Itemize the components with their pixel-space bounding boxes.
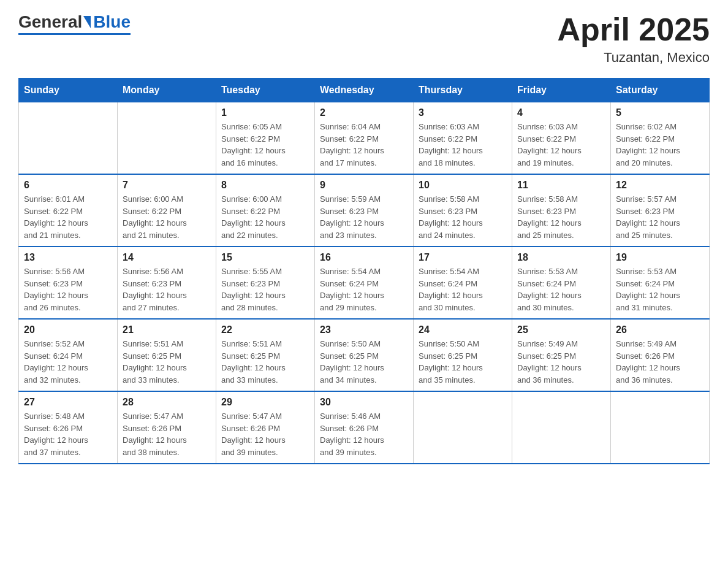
day-info: Sunrise: 5:50 AM Sunset: 6:25 PM Dayligh…	[320, 338, 408, 386]
calendar-cell: 13Sunrise: 5:56 AM Sunset: 6:23 PM Dayli…	[19, 247, 118, 319]
calendar-cell: 21Sunrise: 5:51 AM Sunset: 6:25 PM Dayli…	[118, 319, 216, 391]
calendar-header-sunday: Sunday	[19, 79, 118, 102]
calendar-cell: 9Sunrise: 5:59 AM Sunset: 6:23 PM Daylig…	[315, 174, 414, 247]
page-header: General Blue April 2025 Tuzantan, Mexico	[18, 12, 710, 66]
day-number: 3	[419, 107, 507, 118]
calendar-cell: 12Sunrise: 5:57 AM Sunset: 6:23 PM Dayli…	[611, 174, 710, 247]
day-number: 1	[221, 107, 309, 118]
day-number: 20	[24, 324, 112, 335]
calendar-cell	[19, 102, 118, 175]
day-number: 19	[616, 252, 704, 263]
day-info: Sunrise: 5:47 AM Sunset: 6:26 PM Dayligh…	[221, 410, 309, 458]
day-number: 16	[320, 252, 408, 263]
calendar-cell: 23Sunrise: 5:50 AM Sunset: 6:25 PM Dayli…	[315, 319, 414, 391]
day-info: Sunrise: 6:00 AM Sunset: 6:22 PM Dayligh…	[221, 193, 309, 241]
day-info: Sunrise: 5:57 AM Sunset: 6:23 PM Dayligh…	[616, 193, 704, 241]
day-number: 15	[221, 252, 309, 263]
calendar-week-4: 20Sunrise: 5:52 AM Sunset: 6:24 PM Dayli…	[19, 319, 710, 391]
day-info: Sunrise: 5:46 AM Sunset: 6:26 PM Dayligh…	[320, 410, 408, 458]
calendar-cell: 30Sunrise: 5:46 AM Sunset: 6:26 PM Dayli…	[315, 391, 414, 464]
day-info: Sunrise: 5:48 AM Sunset: 6:26 PM Dayligh…	[24, 410, 112, 458]
day-info: Sunrise: 5:56 AM Sunset: 6:23 PM Dayligh…	[24, 266, 112, 313]
calendar-cell	[118, 102, 216, 175]
logo-blue-text: Blue	[93, 12, 131, 32]
day-info: Sunrise: 5:51 AM Sunset: 6:25 PM Dayligh…	[123, 338, 211, 386]
calendar-header-tuesday: Tuesday	[216, 79, 315, 102]
calendar-cell: 8Sunrise: 6:00 AM Sunset: 6:22 PM Daylig…	[216, 174, 315, 247]
calendar-cell	[512, 391, 611, 464]
day-number: 9	[320, 180, 408, 191]
calendar-header-saturday: Saturday	[611, 79, 710, 102]
day-number: 7	[123, 180, 211, 191]
calendar-cell: 17Sunrise: 5:54 AM Sunset: 6:24 PM Dayli…	[414, 247, 512, 319]
day-info: Sunrise: 5:49 AM Sunset: 6:26 PM Dayligh…	[616, 338, 704, 386]
day-number: 4	[517, 107, 605, 118]
title-section: April 2025 Tuzantan, Mexico	[557, 12, 710, 66]
calendar-table: SundayMondayTuesdayWednesdayThursdayFrid…	[18, 78, 710, 464]
calendar-week-1: 1Sunrise: 6:05 AM Sunset: 6:22 PM Daylig…	[19, 102, 710, 175]
logo-general-text: General	[18, 12, 82, 32]
day-info: Sunrise: 5:59 AM Sunset: 6:23 PM Dayligh…	[320, 193, 408, 241]
calendar-cell: 5Sunrise: 6:02 AM Sunset: 6:22 PM Daylig…	[611, 102, 710, 175]
calendar-week-5: 27Sunrise: 5:48 AM Sunset: 6:26 PM Dayli…	[19, 391, 710, 464]
day-info: Sunrise: 6:02 AM Sunset: 6:22 PM Dayligh…	[616, 121, 704, 169]
day-number: 17	[419, 252, 507, 263]
day-number: 24	[419, 324, 507, 335]
day-info: Sunrise: 5:49 AM Sunset: 6:25 PM Dayligh…	[517, 338, 605, 386]
calendar-cell: 14Sunrise: 5:56 AM Sunset: 6:23 PM Dayli…	[118, 247, 216, 319]
calendar-cell: 24Sunrise: 5:50 AM Sunset: 6:25 PM Dayli…	[414, 319, 512, 391]
day-number: 8	[221, 180, 309, 191]
calendar-cell: 27Sunrise: 5:48 AM Sunset: 6:26 PM Dayli…	[19, 391, 118, 464]
calendar-cell: 26Sunrise: 5:49 AM Sunset: 6:26 PM Dayli…	[611, 319, 710, 391]
day-info: Sunrise: 5:55 AM Sunset: 6:23 PM Dayligh…	[221, 266, 309, 313]
logo-text: General Blue	[18, 12, 131, 32]
calendar-cell: 28Sunrise: 5:47 AM Sunset: 6:26 PM Dayli…	[118, 391, 216, 464]
calendar-cell: 22Sunrise: 5:51 AM Sunset: 6:25 PM Dayli…	[216, 319, 315, 391]
logo-triangle-icon	[83, 16, 91, 28]
day-number: 30	[320, 397, 408, 408]
calendar-cell: 16Sunrise: 5:54 AM Sunset: 6:24 PM Dayli…	[315, 247, 414, 319]
calendar-title: April 2025	[557, 12, 710, 47]
calendar-cell	[611, 391, 710, 464]
day-info: Sunrise: 6:04 AM Sunset: 6:22 PM Dayligh…	[320, 121, 408, 169]
day-info: Sunrise: 5:47 AM Sunset: 6:26 PM Dayligh…	[123, 410, 211, 458]
calendar-cell: 4Sunrise: 6:03 AM Sunset: 6:22 PM Daylig…	[512, 102, 611, 175]
day-info: Sunrise: 5:50 AM Sunset: 6:25 PM Dayligh…	[419, 338, 507, 386]
calendar-subtitle: Tuzantan, Mexico	[557, 50, 710, 66]
day-number: 29	[221, 397, 309, 408]
day-number: 5	[616, 107, 704, 118]
calendar-cell: 10Sunrise: 5:58 AM Sunset: 6:23 PM Dayli…	[414, 174, 512, 247]
day-number: 2	[320, 107, 408, 118]
calendar-header-thursday: Thursday	[414, 79, 512, 102]
calendar-cell: 29Sunrise: 5:47 AM Sunset: 6:26 PM Dayli…	[216, 391, 315, 464]
day-number: 22	[221, 324, 309, 335]
day-number: 18	[517, 252, 605, 263]
day-number: 26	[616, 324, 704, 335]
day-info: Sunrise: 5:54 AM Sunset: 6:24 PM Dayligh…	[419, 266, 507, 313]
calendar-header-wednesday: Wednesday	[315, 79, 414, 102]
day-number: 11	[517, 180, 605, 191]
day-info: Sunrise: 5:58 AM Sunset: 6:23 PM Dayligh…	[517, 193, 605, 241]
logo-underline	[18, 33, 131, 35]
day-info: Sunrise: 6:03 AM Sunset: 6:22 PM Dayligh…	[419, 121, 507, 169]
day-info: Sunrise: 5:56 AM Sunset: 6:23 PM Dayligh…	[123, 266, 211, 313]
calendar-cell: 18Sunrise: 5:53 AM Sunset: 6:24 PM Dayli…	[512, 247, 611, 319]
calendar-header-row: SundayMondayTuesdayWednesdayThursdayFrid…	[19, 79, 710, 102]
calendar-cell: 25Sunrise: 5:49 AM Sunset: 6:25 PM Dayli…	[512, 319, 611, 391]
day-number: 27	[24, 397, 112, 408]
day-number: 12	[616, 180, 704, 191]
day-number: 23	[320, 324, 408, 335]
day-info: Sunrise: 5:53 AM Sunset: 6:24 PM Dayligh…	[616, 266, 704, 313]
calendar-header-friday: Friday	[512, 79, 611, 102]
calendar-week-3: 13Sunrise: 5:56 AM Sunset: 6:23 PM Dayli…	[19, 247, 710, 319]
day-info: Sunrise: 5:53 AM Sunset: 6:24 PM Dayligh…	[517, 266, 605, 313]
calendar-cell: 2Sunrise: 6:04 AM Sunset: 6:22 PM Daylig…	[315, 102, 414, 175]
day-info: Sunrise: 5:58 AM Sunset: 6:23 PM Dayligh…	[419, 193, 507, 241]
calendar-cell: 6Sunrise: 6:01 AM Sunset: 6:22 PM Daylig…	[19, 174, 118, 247]
day-info: Sunrise: 6:03 AM Sunset: 6:22 PM Dayligh…	[517, 121, 605, 169]
day-number: 13	[24, 252, 112, 263]
calendar-cell: 20Sunrise: 5:52 AM Sunset: 6:24 PM Dayli…	[19, 319, 118, 391]
calendar-cell: 15Sunrise: 5:55 AM Sunset: 6:23 PM Dayli…	[216, 247, 315, 319]
calendar-cell: 11Sunrise: 5:58 AM Sunset: 6:23 PM Dayli…	[512, 174, 611, 247]
day-number: 21	[123, 324, 211, 335]
